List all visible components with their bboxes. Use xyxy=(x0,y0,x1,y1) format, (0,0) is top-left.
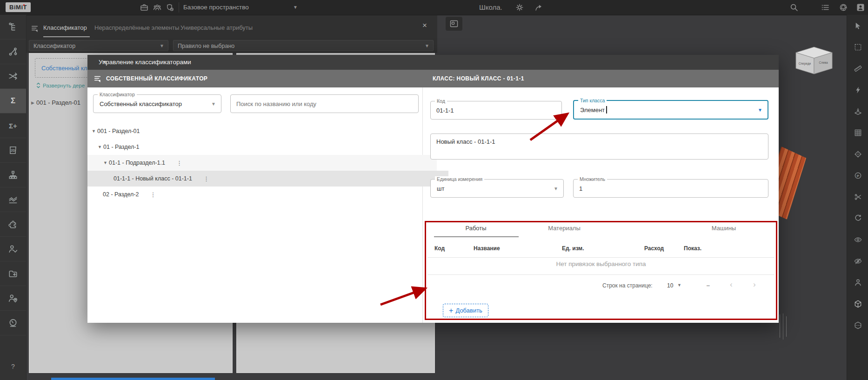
page-range-text: – xyxy=(707,282,710,289)
pointer-icon[interactable] xyxy=(847,15,868,36)
column-header: Название xyxy=(474,245,500,252)
viewport-line xyxy=(786,316,787,337)
shield-clock-icon[interactable] xyxy=(165,3,174,12)
class-name-input[interactable]: Новый класс - 01-1-1 xyxy=(436,138,762,155)
sum-icon[interactable]: Σ xyxy=(0,89,26,113)
panel-menu-icon[interactable] xyxy=(31,24,39,33)
unit-caret-icon[interactable]: ▼ xyxy=(554,186,558,191)
cube-3d-icon[interactable] xyxy=(847,293,868,314)
expand-caret-icon[interactable]: ▼ xyxy=(96,145,103,149)
shuffle-icon[interactable] xyxy=(0,64,26,89)
dialog-close-icon[interactable]: × xyxy=(99,55,111,70)
search-icon[interactable] xyxy=(789,3,799,12)
team-icon[interactable] xyxy=(153,3,162,12)
hierarchy-icon[interactable] xyxy=(0,163,26,187)
account-icon[interactable] xyxy=(856,3,865,12)
code-input[interactable] xyxy=(436,101,556,119)
plus-icon: + xyxy=(449,307,453,314)
user-location-icon[interactable] xyxy=(0,286,26,311)
cube-section-icon[interactable] xyxy=(847,314,868,336)
tab-materials[interactable]: Материалы xyxy=(548,225,581,232)
refres h-icon[interactable] xyxy=(847,207,868,229)
visibility-off-icon[interactable] xyxy=(847,250,868,272)
menu-list-icon[interactable] xyxy=(821,3,830,12)
topbar-separator xyxy=(179,2,179,13)
selection-frame-tool[interactable] xyxy=(446,17,462,31)
notifications-sync-icon[interactable] xyxy=(839,3,848,12)
classifier-filter-select[interactable]: Классификатор ▼ xyxy=(29,40,168,51)
collapsed-caret-icon[interactable]: ▶ xyxy=(31,100,34,105)
tab-machines[interactable]: Машины xyxy=(712,225,736,232)
share-icon[interactable] xyxy=(534,3,543,12)
rows-per-page-caret-icon[interactable]: ▼ xyxy=(677,283,681,287)
marquee-select-icon[interactable] xyxy=(847,36,868,58)
briefcase-icon[interactable] xyxy=(140,3,149,12)
rule-filter-caret-icon: ▼ xyxy=(425,40,429,52)
column-header: Код xyxy=(434,245,445,252)
expand-caret-icon[interactable]: ▼ xyxy=(90,129,97,133)
node-menu-icon[interactable]: ⋮ xyxy=(150,191,156,198)
tree-node[interactable]: ▼ 01-1 - Подраздел-1.1 ⋮ xyxy=(87,155,437,171)
bottom-progress-bar xyxy=(51,378,215,380)
trends-icon[interactable] xyxy=(0,187,26,212)
right-toolbar: P xyxy=(847,15,868,380)
person-view-icon[interactable] xyxy=(847,272,868,293)
relations-icon[interactable] xyxy=(0,40,26,64)
plugins-icon[interactable] xyxy=(0,212,26,237)
class-name-field[interactable]: Новый класс - 01-1-1 xyxy=(430,133,768,160)
section-plane-icon[interactable] xyxy=(847,100,868,122)
multiplier-field[interactable]: Множитель xyxy=(573,179,768,198)
panel-close-icon[interactable]: × xyxy=(422,21,427,30)
tab-works[interactable]: Работы xyxy=(465,225,486,232)
view-cube[interactable]: Спереди Слева xyxy=(795,47,833,74)
grid-icon[interactable] xyxy=(847,122,868,143)
class-type-caret-icon[interactable]: ▼ xyxy=(758,107,762,113)
expand-tree-link[interactable]: Развернуть дере xyxy=(36,82,85,88)
node-menu-icon[interactable]: ⋮ xyxy=(176,160,182,167)
clash-icon[interactable] xyxy=(847,79,868,100)
model-tree-icon[interactable] xyxy=(0,15,26,40)
workspace-caret-icon[interactable]: ▼ xyxy=(293,0,298,15)
node-menu-icon[interactable]: ⋮ xyxy=(203,175,209,182)
tree-node[interactable]: ▼ 001 - Раздел-01 xyxy=(87,123,425,139)
tree-search-input[interactable] xyxy=(236,95,413,113)
dialog-subheader: СОБСТВЕННЫЙ КЛАССИФИКАТОР КЛАСС: НОВЫЙ К… xyxy=(87,70,779,87)
focus-target-icon[interactable] xyxy=(847,143,868,165)
multiplier-input[interactable] xyxy=(579,180,762,197)
tab-classifier[interactable]: Классификатор xyxy=(43,24,87,31)
next-page-icon[interactable]: › xyxy=(753,280,756,289)
tree-node[interactable]: ▼ 01 - Раздел-1 xyxy=(87,139,431,155)
tree-node[interactable]: 02 - Раздел-2 ⋮ xyxy=(87,187,438,202)
tree-node-selected[interactable]: 01-1-1 - Новый класс - 01-1-1 ⋮ xyxy=(87,171,448,187)
panel-divider xyxy=(422,87,423,323)
classifier-select[interactable]: Классификатор Собственный классификатор … xyxy=(93,94,221,113)
tab-universal-attributes[interactable]: Универсальные атрибуты xyxy=(180,24,253,31)
visibility-icon[interactable] xyxy=(847,229,868,250)
gear-icon[interactable] xyxy=(515,3,524,12)
2d-view-icon[interactable]: 2D xyxy=(0,138,26,163)
help-button[interactable]: ? xyxy=(7,363,19,370)
prev-page-icon[interactable]: ‹ xyxy=(730,280,733,289)
user-check-icon[interactable] xyxy=(0,237,26,261)
subheader-menu-icon[interactable] xyxy=(93,74,102,83)
app-logo[interactable]: BiMiT xyxy=(6,2,31,12)
rule-filter-select[interactable]: Правило не выбрано ▼ xyxy=(173,40,434,51)
logo-dot xyxy=(23,4,25,6)
add-binding-button[interactable]: + Добавить xyxy=(443,304,488,317)
cut-icon[interactable] xyxy=(847,186,868,207)
tree-search-field[interactable] xyxy=(230,94,419,113)
class-type-select[interactable]: Тип класса Элемент ▼ xyxy=(573,100,768,120)
rows-per-page-select[interactable]: 10 xyxy=(667,282,673,289)
ruler-icon[interactable] xyxy=(847,58,868,79)
unit-select[interactable]: Единица измерения шт ▼ xyxy=(430,179,564,198)
parking-icon[interactable]: P xyxy=(847,165,868,186)
expand-caret-icon[interactable]: ▼ xyxy=(102,160,109,165)
folder-share-icon[interactable] xyxy=(0,261,26,286)
tab-undistributed-elements[interactable]: Нераспределённые элементы xyxy=(94,24,179,31)
svg-text:P: P xyxy=(856,173,859,178)
workspace-name[interactable]: Базовое пространство xyxy=(183,0,249,15)
sum-add-icon[interactable]: Σ+ xyxy=(0,113,26,138)
dashboard-icon[interactable] xyxy=(0,311,26,335)
background-tree-node[interactable]: ▶ 001 - Раздел-01 xyxy=(31,99,80,106)
code-field[interactable]: Код xyxy=(430,101,562,120)
